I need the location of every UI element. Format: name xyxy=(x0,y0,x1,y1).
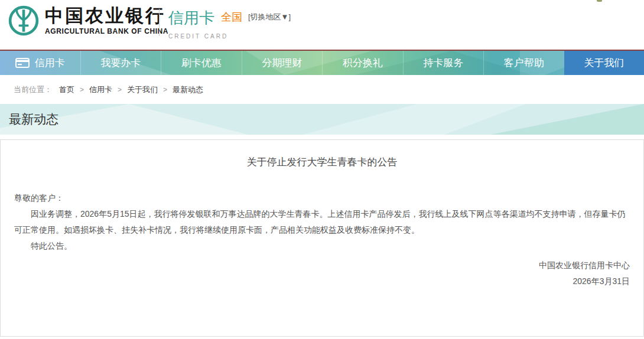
nav-item-label: 刷卡优惠 xyxy=(181,56,222,70)
breadcrumb-separator: > xyxy=(118,86,122,94)
article-date: 2026年3月31日 xyxy=(14,273,630,289)
nav-item-label: 积分换礼 xyxy=(343,56,383,70)
nav-item-apply-card[interactable]: 我要办卡 xyxy=(80,51,161,75)
nav-item-label: 我要办卡 xyxy=(100,56,141,70)
region-selector: 全国 [切换地区▼] xyxy=(221,10,291,24)
nav-item-card-discounts[interactable]: 刷卡优惠 xyxy=(161,51,242,75)
article-paragraph: 因业务调整，2026年5月15日起，我行将停发银联和万事达品牌的大学生青春卡。上… xyxy=(14,206,630,238)
article-title: 关于停止发行大学生青春卡的公告 xyxy=(14,155,630,169)
nav-item-label: 信用卡 xyxy=(35,56,65,70)
nav-item-label: 客户帮助 xyxy=(504,56,544,70)
nav-item-credit-card[interactable]: 信用卡 xyxy=(0,51,80,75)
nav-item-label: 持卡服务 xyxy=(423,56,463,70)
breadcrumb-link-latest-news[interactable]: 最新动态 xyxy=(173,84,203,95)
breadcrumb-separator: > xyxy=(163,86,167,94)
nav-item-points-rewards[interactable]: 积分换礼 xyxy=(322,51,403,75)
article-salutation: 尊敬的客户： xyxy=(14,190,630,206)
bank-name-en: AGRICULTURAL BANK OF CHINA xyxy=(45,27,168,35)
announcement-box: 关于停止发行大学生青春卡的公告 尊敬的客户： 因业务调整，2026年5月15日起… xyxy=(0,139,644,337)
nav-item-cardholder-services[interactable]: 持卡服务 xyxy=(403,51,484,75)
nav-item-installment-finance[interactable]: 分期理财 xyxy=(242,51,323,75)
main-nav: 信用卡 我要办卡 刷卡优惠 分期理财 积分换礼 持卡服务 客户帮助 关于我们 xyxy=(0,50,644,75)
site-header: 中国农业银行 AGRICULTURAL BANK OF CHINA 信用卡 CR… xyxy=(0,0,644,50)
breadcrumb-link-credit-card[interactable]: 信用卡 xyxy=(89,84,112,95)
article-paragraph: 特此公告。 xyxy=(14,238,630,254)
region-current-label: 全国 xyxy=(221,10,242,24)
article-signature: 中国农业银行信用卡中心 xyxy=(14,257,630,273)
breadcrumb-link-home[interactable]: 首页 xyxy=(59,84,74,95)
abc-logo-icon xyxy=(8,5,39,36)
region-switch-link[interactable]: [切换地区▼] xyxy=(248,12,291,22)
section-title-en: CREDIT CARD xyxy=(168,33,228,40)
bank-name-cn: 中国农业银行 xyxy=(45,6,168,26)
page-title-band: 最新动态 xyxy=(0,104,644,135)
nav-item-customer-help[interactable]: 客户帮助 xyxy=(483,51,564,75)
section-title-cn: 信用卡 xyxy=(168,8,228,28)
credit-card-icon xyxy=(15,58,30,68)
breadcrumb-separator: > xyxy=(80,86,84,94)
bank-logo[interactable]: 中国农业银行 AGRICULTURAL BANK OF CHINA xyxy=(8,5,168,36)
bank-name: 中国农业银行 AGRICULTURAL BANK OF CHINA xyxy=(45,6,168,35)
article-body: 尊敬的客户： 因业务调整，2026年5月15日起，我行将停发银联和万事达品牌的大… xyxy=(14,190,630,289)
page: 中国农业银行 AGRICULTURAL BANK OF CHINA 信用卡 CR… xyxy=(0,0,644,339)
header-divider xyxy=(159,9,160,36)
cropped-top-icon xyxy=(597,0,602,2)
breadcrumb-prefix: 当前位置： xyxy=(14,84,52,95)
nav-item-label: 分期理财 xyxy=(262,56,302,70)
breadcrumb-link-about-us[interactable]: 关于我们 xyxy=(127,84,158,95)
page-title: 最新动态 xyxy=(0,104,644,135)
breadcrumb: 当前位置： 首页 > 信用卡 > 关于我们 > 最新动态 xyxy=(0,75,644,104)
credit-card-section-title: 信用卡 CREDIT CARD xyxy=(168,8,228,40)
nav-item-label: 关于我们 xyxy=(584,56,624,70)
nav-item-about-us[interactable]: 关于我们 xyxy=(564,51,644,75)
